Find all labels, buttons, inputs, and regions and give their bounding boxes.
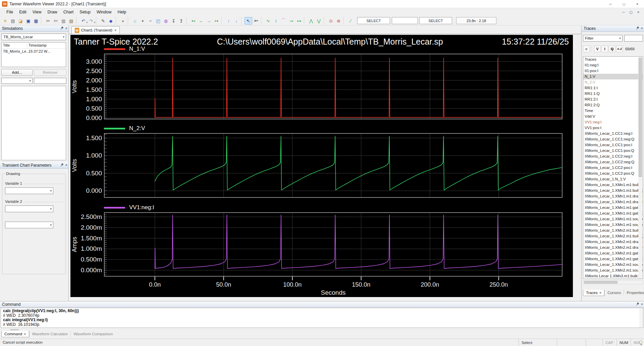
bulb-icon[interactable]	[639, 341, 642, 344]
trace-item[interactable]: XMorris_Lecar_1.CC2:pos:Q	[583, 171, 643, 176]
menu-chart[interactable]: Chart	[60, 9, 77, 15]
undo-icon[interactable]: ↶	[79, 17, 87, 24]
signal-select-combo-2[interactable]: SELECT	[419, 17, 452, 24]
zoom-in-icon[interactable]: +	[139, 17, 147, 24]
remove-button[interactable]: Remove	[34, 69, 66, 76]
trace-list-hscrollbar[interactable]	[583, 280, 643, 284]
select-tool-icon[interactable]: ↖	[245, 17, 252, 24]
tab-traces[interactable]: Traces ×	[583, 290, 604, 296]
variable2-combo[interactable]	[5, 206, 53, 212]
filter-current-button[interactable]: I	[601, 46, 608, 52]
trace-item[interactable]: XMorris_Lecar_1.XMn2.m1:source:I	[583, 262, 643, 268]
pan-first-icon[interactable]: ↤	[190, 17, 197, 24]
trace-item[interactable]: RR1:1:I	[583, 85, 643, 91]
trace-item[interactable]: RR1:2:I	[583, 97, 643, 102]
trace-up-icon[interactable]: ↑	[225, 17, 232, 24]
tab-close-icon[interactable]: ×	[114, 28, 116, 32]
chart-canvas[interactable]: Tanner T-Spice 2022.2 C:\Users\wolf0069\…	[70, 35, 573, 297]
help-book-icon[interactable]: ◆	[107, 17, 115, 24]
trace-item[interactable]: XMorris_Lecar_1.XMn2.m1:drain:Q	[583, 245, 643, 250]
filter-voltage-button[interactable]: V	[594, 46, 601, 52]
add-button[interactable]: Add...	[1, 69, 33, 76]
measure-label-icon[interactable]: ⊶	[295, 17, 303, 24]
tab-waveform-comparison[interactable]: Waveform Comparison	[70, 331, 115, 337]
trace-item[interactable]: XMorris_Lecar_1.XMn2.m1:gate:Q	[583, 256, 643, 262]
pen-icon[interactable]: ✎	[99, 17, 107, 24]
add-point-icon[interactable]: ⊙	[327, 17, 335, 24]
stop-icon[interactable]: ●	[119, 17, 127, 24]
zoom-trace-icon[interactable]: ◍	[162, 17, 170, 24]
new-window-icon[interactable]: ▤	[9, 17, 17, 24]
horizontal-cursor-icon[interactable]: ≀	[272, 17, 280, 24]
command-output[interactable]: calc {integral(clip(VV1:neg:I, 30n, 60n)…	[1, 308, 643, 328]
pin-icon[interactable]	[59, 162, 64, 168]
trace-item[interactable]: Time	[583, 108, 643, 114]
menu-file[interactable]: File	[3, 9, 16, 15]
vscroll-thumb[interactable]	[639, 58, 642, 177]
pan-left-icon[interactable]: ←	[197, 17, 205, 24]
sim-col-title[interactable]: Title	[2, 43, 27, 48]
menu-setup[interactable]: Setup	[76, 9, 94, 15]
close-icon[interactable]: ×	[641, 302, 643, 306]
pan-right-icon[interactable]: →	[205, 17, 213, 24]
minimize-button[interactable]: ─	[604, 0, 617, 8]
trace-item[interactable]: XMorris_Lecar_1.CC1:pos:Q	[583, 148, 643, 154]
sim-filter-combo[interactable]	[1, 78, 33, 84]
plot-area-0[interactable]	[104, 54, 562, 119]
trace-item[interactable]: XMorris_Lecar_1.XMn1.m1:source:Q	[583, 222, 643, 228]
vertical-cursor-icon[interactable]: ∿	[264, 17, 272, 24]
trace-item[interactable]: XMorris_Lecar_1.CC2:pos:I	[583, 165, 643, 171]
trace-item[interactable]: XMorris_Lecar_1.XMn1.m1:source:I	[583, 216, 643, 222]
signal-value-combo-1[interactable]	[392, 17, 418, 24]
signal-select-combo-1[interactable]: SELECT	[357, 17, 390, 24]
fit-view-icon[interactable]: ⌂	[131, 17, 139, 24]
simulations-listbox[interactable]	[1, 86, 66, 160]
pin-icon[interactable]	[635, 25, 640, 31]
close-button[interactable]: ×	[631, 0, 644, 8]
move-point-icon[interactable]: ⊚	[335, 17, 342, 24]
stack-down-icon[interactable]: ↧	[170, 17, 177, 24]
trace-item[interactable]: II1:pos:I	[583, 68, 643, 74]
trace-item[interactable]: RR1:2:Q	[583, 102, 643, 108]
trace-list-vscrollbar[interactable]	[638, 57, 642, 279]
trace-filter-input[interactable]	[624, 35, 643, 42]
filter-charge-button[interactable]: Q	[609, 46, 615, 52]
trace-list[interactable]: Traces II1:neg:III1:pos:IN_1:VN_2:VRR1:1…	[583, 56, 643, 279]
tab-properties[interactable]: Properties	[624, 290, 644, 296]
plot-area-2[interactable]	[104, 212, 562, 277]
save-icon[interactable]: ▣	[24, 17, 32, 24]
tab-cursors[interactable]: Cursors	[604, 290, 624, 296]
open-icon[interactable]: ◪	[17, 17, 24, 24]
trace-item[interactable]: XMorris_Lecar_1.XMn2.m1:bulk:Q	[583, 233, 643, 239]
stack-up-icon[interactable]: ↥	[177, 17, 185, 24]
variable1-combo[interactable]	[5, 187, 53, 194]
simulation-combo[interactable]: TB_Morris_Lecar	[1, 34, 66, 40]
trace-item[interactable]: XMorris_Lecar_1.XMn1.m1:gate:I	[583, 205, 643, 211]
zoom-box-icon[interactable]: ◰	[154, 17, 162, 24]
trace-filter-combo[interactable]: Filter	[583, 35, 623, 42]
trace-item[interactable]: XMorris_Lecar_1.CC2:neg:I	[583, 154, 643, 159]
variable2b-combo[interactable]	[5, 222, 53, 228]
trace-item[interactable]: XMorris_Lecar_1.XMn1.m1:drain:Q	[583, 199, 643, 205]
trace-item[interactable]: II1:neg:I	[583, 62, 643, 68]
trace-item[interactable]: RR1:1:Q	[583, 91, 643, 97]
simulations-table[interactable]: Title Timestamp TB_Morris_Le... 15:37:22…	[1, 42, 66, 67]
trace-item[interactable]: XMorris_Lecar_1.CC1:neg:I	[583, 131, 643, 136]
trace-item[interactable]: XMorris_Lecar_1.XMn2.m1:source:Q	[583, 268, 643, 273]
trace-item[interactable]: Vdd:V	[583, 114, 643, 119]
trace-item[interactable]: VV1:pos:I	[583, 125, 643, 131]
trace-item[interactable]: XMorris_Lecar_1.N_1:V	[583, 176, 643, 182]
trace-item[interactable]: XMorris_Lecar_1.CC2:neg:Q	[583, 159, 643, 165]
sim-col-timestamp[interactable]: Timestamp	[27, 43, 66, 48]
trace-item[interactable]: XMorris_Lecar_1.XMn1.m1:drain:I	[583, 193, 643, 199]
splitter-grip[interactable]	[10, 329, 19, 330]
plot-area-1[interactable]	[104, 133, 562, 198]
trace-item[interactable]: N_2:V	[583, 79, 643, 85]
measure-average-icon[interactable]: ⌒	[280, 17, 287, 24]
trace-item[interactable]: XMorris_Lecar_1.XMn1.m1:bulk:I	[583, 182, 643, 188]
child-minimize-button[interactable]: ─	[620, 10, 627, 14]
redo-icon[interactable]: ↷	[87, 17, 95, 24]
pin-icon[interactable]	[59, 25, 64, 31]
annotation-icon[interactable]: A=	[252, 17, 260, 24]
trace-item[interactable]: XMorris_Lecar_1.CC1:neg:Q	[583, 136, 643, 142]
